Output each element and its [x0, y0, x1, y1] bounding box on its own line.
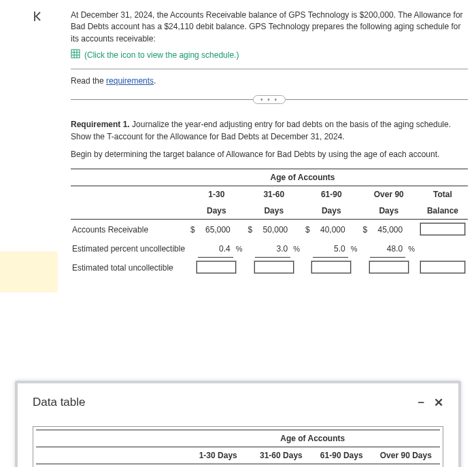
page-root: At December 31, 2024, the Accounts Recei… — [0, 0, 476, 381]
ar-over90: 45,000 — [373, 225, 403, 235]
dt-col-4: Over 90 Days — [372, 447, 440, 464]
age-super-header: Age of Accounts — [188, 169, 418, 186]
col-over90-b: Days — [360, 203, 418, 220]
row-ar-label: Accounts Receivable — [71, 219, 188, 241]
grand-total-input[interactable] — [420, 261, 465, 273]
col-total-a: Total — [418, 186, 468, 203]
divider-right — [286, 99, 468, 100]
total-1-30-input[interactable] — [197, 261, 236, 273]
aging-schedule-link-row: (Click the icon to view the aging schedu… — [71, 49, 468, 60]
problem-intro: At December 31, 2024, the Accounts Recei… — [71, 10, 468, 45]
col-1-30-b: Days — [188, 203, 245, 220]
pct-sign: % — [348, 241, 360, 258]
col-1-30-a: 1-30 — [188, 186, 245, 203]
requirements-link[interactable]: requirements — [106, 76, 154, 86]
ar-61-90: 40,000 — [316, 225, 345, 235]
svg-rect-1 — [71, 50, 80, 58]
separator-rule — [71, 69, 468, 69]
read-prefix: Read the — [71, 76, 106, 86]
main-content: At December 31, 2024, the Accounts Recei… — [61, 0, 476, 381]
minimize-icon[interactable]: – — [418, 396, 424, 410]
instruction-text: Begin by determining the target balance … — [71, 150, 468, 159]
table-icon[interactable] — [71, 49, 80, 60]
total-61-90-input[interactable] — [311, 261, 351, 273]
col-61-90-a: 61-90 — [303, 186, 360, 203]
pct-over90: 48.0 — [373, 244, 403, 254]
ar-total-input[interactable] — [420, 223, 465, 235]
aging-worksheet-table: Age of Accounts 1-30 31-60 61-90 Over 90… — [71, 169, 468, 279]
pct-31-60: 3.0 — [258, 244, 288, 254]
modal-table-frame: Age of Accounts 1-30 Days 31-60 Days 61-… — [33, 426, 443, 467]
requirement-1: Requirement 1. Journalize the year-end a… — [71, 119, 468, 143]
dollar-sign: $ — [360, 219, 371, 241]
close-icon[interactable]: ✕ — [434, 396, 443, 410]
col-total-b: Balance — [418, 203, 468, 220]
left-gutter — [0, 0, 61, 381]
total-31-60-input[interactable] — [254, 261, 294, 273]
highlight-marker — [0, 252, 58, 292]
modal-title: Data table — [33, 396, 86, 409]
total-over90-input[interactable] — [369, 261, 409, 273]
section-divider: • • • — [71, 95, 468, 104]
requirement-label: Requirement 1. — [71, 120, 130, 129]
pct-sign: % — [233, 241, 245, 258]
dt-super-header: Age of Accounts — [185, 430, 440, 447]
col-31-60-b: Days — [245, 203, 303, 220]
dollar-sign: $ — [185, 464, 199, 467]
read-requirements: Read the requirements. — [71, 76, 468, 86]
dt-col-1: 1-30 Days — [185, 447, 250, 464]
dt-col-2: 31-60 Days — [251, 447, 311, 464]
col-over90-a: Over 90 — [360, 186, 418, 203]
col-61-90-b: Days — [303, 203, 360, 220]
ar-31-60: 50,000 — [258, 225, 288, 235]
dt-col-3: 61-90 Days — [311, 447, 372, 464]
pct-sign: % — [405, 241, 418, 258]
view-aging-link[interactable]: (Click the icon to view the aging schedu… — [84, 50, 239, 60]
pct-61-90: 5.0 — [316, 244, 345, 254]
dollar-sign: $ — [303, 219, 313, 241]
row-total-label: Estimated total uncollectible — [71, 257, 188, 279]
dollar-sign: $ — [245, 219, 256, 241]
col-31-60-a: 31-60 — [245, 186, 303, 203]
expand-button[interactable]: • • • — [253, 95, 286, 104]
read-suffix: . — [154, 76, 156, 86]
row-pct-label: Estimated percent uncollectible — [71, 241, 188, 258]
modal-header: Data table – ✕ — [33, 396, 443, 410]
divider-left — [71, 99, 253, 100]
ar-1-30: 65,000 — [201, 225, 231, 235]
pct-1-30: 0.4 — [201, 244, 231, 254]
pct-sign: % — [290, 241, 303, 258]
data-table: Age of Accounts 1-30 Days 31-60 Days 61-… — [36, 430, 440, 467]
data-table-modal: Data table – ✕ Age of Accounts 1-30 Days… — [15, 381, 461, 467]
back-icon[interactable] — [32, 10, 44, 26]
dt-ar-label: Accounts Receivable — [36, 464, 185, 467]
dollar-sign: $ — [188, 219, 198, 241]
